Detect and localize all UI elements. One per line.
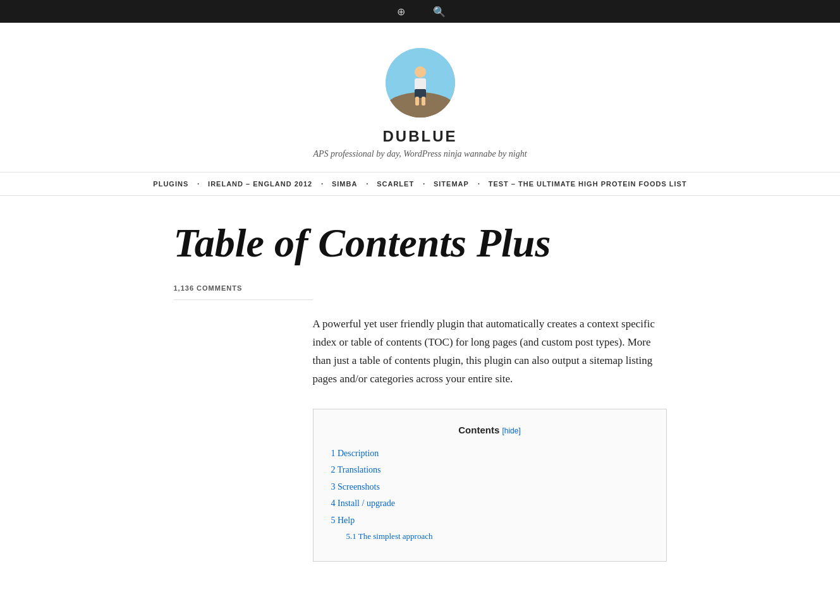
toc-toggle[interactable]: [hide] xyxy=(502,426,520,435)
nav-item-scarlet[interactable]: SCARLET xyxy=(368,180,423,188)
toc-link-1[interactable]: 1 Description xyxy=(331,449,379,458)
toc-text-3: Screenshots xyxy=(338,482,380,492)
site-title: DUBLUE xyxy=(383,128,458,145)
list-item: 1 Description xyxy=(331,447,648,461)
toc-link-4[interactable]: 4 Install / upgrade xyxy=(331,498,395,508)
toc-label: Contents xyxy=(458,425,499,435)
site-header: DUBLUE APS professional by day, WordPres… xyxy=(0,23,840,172)
toc-num-3: 3 xyxy=(331,482,338,492)
main-nav: PLUGINS • IRELAND – ENGLAND 2012 • SIMBA… xyxy=(0,172,840,196)
toc-num-2: 2 xyxy=(331,465,338,474)
list-item: 4 Install / upgrade xyxy=(331,497,648,510)
avatar xyxy=(386,48,455,118)
toc-num-1: 1 xyxy=(331,449,338,458)
toc-text-5-1: The simplest approach xyxy=(358,531,433,541)
toc-list: 1 Description 2 Translations 3 Screensho… xyxy=(331,447,648,543)
toc-num-5-1: 5.1 xyxy=(346,531,358,541)
toc-text-5: Help xyxy=(338,516,355,525)
toc-text-2: Translations xyxy=(338,465,381,474)
toc-text-4: Install / upgrade xyxy=(338,498,395,508)
nav-item-test[interactable]: TEST – THE ULTIMATE HIGH PROTEIN FOODS L… xyxy=(480,180,696,188)
link-icon: ⊕ xyxy=(397,6,405,18)
list-item: 3 Screenshots xyxy=(331,480,648,494)
svg-rect-6 xyxy=(415,97,419,106)
comments-count: 1,136 COMMENTS xyxy=(174,284,313,300)
post-title: Table of Contents Plus xyxy=(174,221,667,265)
svg-rect-5 xyxy=(415,89,426,98)
toc-link-2[interactable]: 2 Translations xyxy=(331,465,381,474)
toc-sublist-5: 5.1 The simplest approach xyxy=(331,530,648,543)
search-icon: 🔍 xyxy=(433,6,446,18)
toc-link-5-1[interactable]: 5.1 The simplest approach xyxy=(346,531,433,541)
toc-num-4: 4 xyxy=(331,498,338,508)
toc-link-3[interactable]: 3 Screenshots xyxy=(331,482,380,492)
nav-item-sitemap[interactable]: SITEMAP xyxy=(425,180,478,188)
post-body: A powerful yet user friendly plugin that… xyxy=(313,315,667,561)
site-tagline: APS professional by day, WordPress ninja… xyxy=(313,149,527,159)
svg-point-3 xyxy=(415,66,426,78)
svg-rect-7 xyxy=(422,97,425,106)
toc-num-5: 5 xyxy=(331,516,338,525)
link-button[interactable]: ⊕ xyxy=(382,0,420,23)
nav-item-plugins[interactable]: PLUGINS xyxy=(144,180,197,188)
top-bar: ⊕ 🔍 xyxy=(0,0,840,23)
list-item: 5 Help 5.1 The simplest approach xyxy=(331,514,648,543)
post-description: A powerful yet user friendly plugin that… xyxy=(313,315,667,389)
toc-header: Contents [hide] xyxy=(331,425,648,435)
post-layout: A powerful yet user friendly plugin that… xyxy=(174,315,667,561)
nav-item-ireland[interactable]: IRELAND – ENGLAND 2012 xyxy=(199,180,321,188)
search-button[interactable]: 🔍 xyxy=(420,0,458,23)
toc-link-5[interactable]: 5 Help xyxy=(331,516,355,525)
svg-rect-2 xyxy=(386,100,455,118)
toc-box: Contents [hide] 1 Description 2 Translat… xyxy=(313,409,667,562)
toc-text-1: Description xyxy=(338,449,379,458)
list-item: 2 Translations xyxy=(331,463,648,477)
nav-item-simba[interactable]: SIMBA xyxy=(323,180,366,188)
list-item: 5.1 The simplest approach xyxy=(346,530,648,543)
main-content: Table of Contents Plus 1,136 COMMENTS A … xyxy=(136,196,705,587)
